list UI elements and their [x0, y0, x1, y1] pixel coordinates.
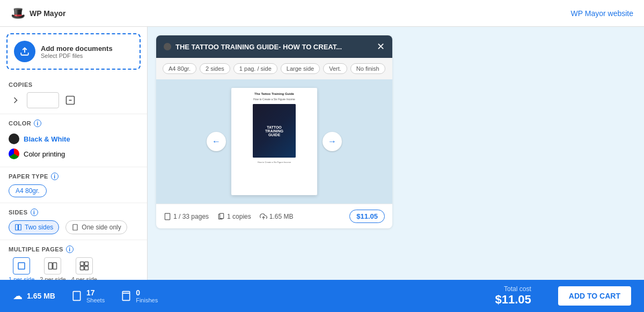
total-block: Total cost $11.05 [495, 285, 531, 307]
sheets-stat: 17 Sheets [71, 288, 105, 303]
multiple-pages-section: MULTIPLE PAGES i 1 per side 2 per side [0, 240, 147, 280]
upload-bottom-icon: ☁ [13, 290, 23, 302]
one-side-button[interactable]: One side only [65, 220, 127, 234]
finishes-val: 0 [136, 288, 158, 297]
sheets-label: Sheets [86, 297, 105, 303]
upload-icon-btn[interactable] [14, 41, 35, 62]
two-sides-button[interactable]: Two sides [9, 220, 59, 234]
chip-orient[interactable]: Vert. [323, 63, 347, 74]
sheets-info: 17 Sheets [86, 288, 105, 303]
add-docs-area[interactable]: Add more documents Select PDF files [6, 33, 141, 70]
color-circle-icon [9, 148, 19, 159]
one-side-label: One side only [82, 224, 121, 231]
copies-info: 1 copies [217, 213, 251, 220]
add-docs-text-block: Add more documents Select PDF files [41, 44, 113, 59]
add-docs-sub: Select PDF files [41, 53, 113, 59]
doc-close-button[interactable]: ✕ [377, 41, 385, 53]
1per-label: 1 per side [9, 276, 34, 280]
svg-rect-25 [73, 292, 80, 301]
external-link[interactable]: WP Mayor website [571, 9, 633, 18]
copies-row: 1 [9, 92, 138, 108]
page-preview: The Tattoo Training Guide How to Create … [231, 88, 317, 195]
doc-title-row: THE TATTOO TRAINING GUIDE- HOW TO CREAT.… [164, 43, 342, 51]
logo: 🎩 WP Mayor [11, 6, 65, 20]
copies-input[interactable]: 1 [27, 92, 59, 108]
chip-paper[interactable]: A4 80gr. [163, 63, 196, 74]
doc-bullet-icon [164, 43, 171, 50]
2per-icon [44, 257, 61, 274]
svg-rect-6 [49, 263, 53, 269]
book-title-overlay: TATTOOTRAININGGUIDE [264, 124, 284, 138]
bw-option[interactable]: Black & White [9, 131, 138, 146]
preview-footer: How to Create a Six Figure Income [258, 161, 291, 164]
4per-label: 4 per side [71, 276, 97, 280]
header: 🎩 WP Mayor WP Mayor website [0, 0, 644, 27]
multiple-pages-info-icon[interactable]: i [66, 246, 74, 253]
total-label: Total cost [495, 285, 531, 293]
copies-section: COPIES 1 [0, 76, 147, 114]
paper-type-section: PAPER TYPE i A4 80gr. [0, 167, 147, 203]
prev-page-button[interactable]: ← [207, 132, 226, 151]
sheets-icon [71, 291, 82, 301]
2per-option[interactable]: 2 per side [40, 257, 65, 280]
total-price: $11.05 [495, 293, 531, 307]
doc-footer: 1 / 33 pages 1 copies 1.65 MB $11.05 [156, 204, 392, 228]
content-area: THE TATTOO TRAINING GUIDE- HOW TO CREAT.… [148, 27, 644, 280]
svg-rect-23 [220, 213, 224, 218]
sheets-val: 17 [86, 288, 105, 297]
price-badge[interactable]: $11.05 [349, 210, 385, 223]
sides-options-row: Two sides One side only [9, 220, 138, 234]
bw-circle-icon [9, 133, 19, 144]
copies-decrement-button[interactable] [9, 93, 23, 107]
logo-text: WP Mayor [30, 9, 65, 18]
book-cover: TATTOOTRAININGGUIDE [253, 104, 296, 158]
chip-pages-side[interactable]: 1 pag. / side [233, 63, 277, 74]
multiple-pages-label: MULTIPLE PAGES i [9, 246, 138, 253]
doc-preview: ← The Tattoo Training Guide How to Creat… [156, 79, 392, 204]
bottom-bar: ☁ 1.65 MB 17 Sheets 0 Finishes Total cos… [0, 280, 644, 312]
two-sides-label: Two sides [25, 224, 53, 231]
copies-icon [217, 213, 225, 220]
svg-rect-11 [85, 266, 89, 270]
chip-sides[interactable]: 2 sides [200, 63, 230, 74]
4per-icon [76, 257, 93, 274]
copies-increment-button[interactable] [63, 93, 77, 107]
svg-rect-9 [85, 262, 89, 266]
pages-text: 1 / 33 pages [173, 213, 209, 220]
svg-rect-7 [53, 263, 57, 269]
upload-size-val: 1.65 MB [27, 292, 55, 300]
add-docs-label: Add more documents [41, 44, 113, 53]
paper-type-info-icon[interactable]: i [51, 173, 58, 180]
next-page-button[interactable]: → [323, 132, 342, 151]
bw-label: Black & White [24, 135, 70, 143]
preview-subtitle: How to Create a Six Figure Income [253, 98, 295, 101]
add-to-cart-button[interactable]: ADD TO CART [558, 286, 631, 306]
pages-icon [164, 213, 171, 220]
size-info: 1.65 MB [260, 213, 294, 220]
color-label-text: Color printing [24, 150, 65, 158]
chip-size[interactable]: Large side [281, 63, 320, 74]
finishes-label: Finishes [136, 297, 158, 303]
preview-title: The Tattoo Training Guide [254, 92, 294, 95]
svg-rect-5 [18, 263, 25, 269]
paper-chip[interactable]: A4 80gr. [9, 184, 47, 197]
svg-rect-21 [165, 213, 170, 220]
1per-icon [13, 257, 30, 274]
sides-info-icon[interactable]: i [31, 209, 38, 216]
upload-stat: ☁ 1.65 MB [13, 290, 55, 302]
svg-rect-8 [80, 262, 84, 266]
copies-label: COPIES [9, 81, 138, 88]
color-label: COLOR i [9, 120, 138, 127]
4per-option[interactable]: 4 per side [71, 257, 97, 280]
svg-rect-2 [16, 225, 18, 231]
main-layout: Add more documents Select PDF files COPI… [0, 27, 644, 280]
color-section: COLOR i Black & White Color printing [0, 114, 147, 167]
doc-header: THE TATTOO TRAINING GUIDE- HOW TO CREAT.… [156, 35, 392, 58]
chip-finish[interactable]: No finish [350, 63, 385, 74]
color-option[interactable]: Color printing [9, 146, 138, 161]
1per-option[interactable]: 1 per side [9, 257, 34, 280]
doc-title: THE TATTOO TRAINING GUIDE- HOW TO CREAT.… [175, 43, 342, 51]
paper-type-label: PAPER TYPE i [9, 173, 138, 180]
upload-size-icon [260, 213, 267, 220]
color-info-icon[interactable]: i [34, 120, 41, 127]
